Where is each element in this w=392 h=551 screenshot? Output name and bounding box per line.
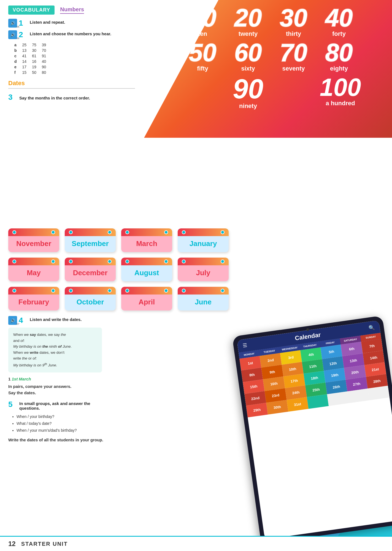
page-number: 12 <box>8 540 16 548</box>
questions-list: When / your birthday?What / today's date… <box>17 413 107 434</box>
month-card-top <box>65 258 116 265</box>
info-line3: My birthday is on the ninth of June. <box>13 344 72 349</box>
number-80: 80 eighty <box>316 40 362 72</box>
speaker-icon-4[interactable]: 🔊 07 <box>8 316 17 325</box>
month-name: December <box>65 269 116 277</box>
month-card: April <box>121 287 172 310</box>
month-card-top <box>65 228 116 236</box>
month-name: May <box>8 269 59 277</box>
month-card: January <box>178 228 229 252</box>
speaker-icon-1[interactable]: 🔊 05 <box>8 19 17 28</box>
calendar-ring-left <box>69 230 73 234</box>
month-card: May <box>8 258 59 281</box>
month-card: August <box>121 258 172 281</box>
calendar-ring-left <box>125 230 129 234</box>
info-line6: My birthday is on 9th June. <box>13 363 57 367</box>
month-card-top <box>178 228 229 236</box>
table-row: b133070 <box>14 48 51 53</box>
calendar-ring-left <box>12 289 16 293</box>
month-card: October <box>65 287 116 310</box>
info-line1: When we say dates, we say the <box>13 333 66 337</box>
number-20: 20 twenty <box>225 6 271 37</box>
month-name: August <box>121 269 172 277</box>
calendar-ring-left <box>182 230 186 234</box>
exercise-2-text: Listen and choose the numbers you hear. <box>30 30 111 36</box>
exercise-5-text: In small groups, ask and answer the ques… <box>19 400 107 410</box>
calendar-ring-left <box>12 260 16 263</box>
number-100: 100 a hundred <box>294 75 386 110</box>
month-card: September <box>65 228 116 252</box>
month-name: October <box>65 298 116 306</box>
info-line5: write the or of: <box>13 356 37 360</box>
exercise-3-row: 3 Say the months in the correct order. <box>8 93 135 102</box>
month-card-top <box>8 258 59 265</box>
number-40: 40 forty <box>316 6 362 37</box>
unit-label: STARTER UNIT <box>21 541 68 547</box>
info-box: When we say dates, we say the and of: My… <box>8 328 102 372</box>
calendar-ring-left <box>182 260 186 263</box>
track-number-2: 06 <box>17 37 19 40</box>
month-name: November <box>8 239 59 248</box>
number-choices-table: a257539b133070c416191d141640e171990f1550… <box>14 42 52 75</box>
write-dates-instruction: Write the dates of all the students in y… <box>8 437 107 443</box>
table-row: d141640 <box>14 59 51 64</box>
calendar-ring-left <box>182 289 186 293</box>
month-card: June <box>178 287 229 310</box>
calendar-ring-right <box>164 260 168 263</box>
exercise-2-row: 🔊 06 2 Listen and choose the numbers you… <box>8 30 135 39</box>
exercise-3-text: Say the months in the correct order. <box>19 94 90 100</box>
number-50: 50 fifty <box>180 40 225 72</box>
exercise-number-4: 4 <box>19 316 27 325</box>
page-footer: 12 STARTER UNIT <box>0 536 392 551</box>
exercise-number-5: 5 <box>8 400 17 409</box>
months-grid: November September March January May Dec… <box>8 228 381 310</box>
month-name: June <box>178 298 229 306</box>
exercise-1-row: 🔊 05 1 Listen and repeat. <box>8 19 135 28</box>
month-card: February <box>8 287 59 310</box>
calendar-ring-right <box>221 260 225 263</box>
calendar-ring-left <box>12 230 16 234</box>
calendar-ring-right <box>51 289 55 293</box>
speaker-icon-2[interactable]: 🔊 06 <box>8 30 17 39</box>
calendar-ring-left <box>69 260 73 263</box>
table-row: e171990 <box>14 64 51 69</box>
number-10: 10 ten <box>180 6 225 37</box>
exercise-number-1: 1 <box>19 19 27 28</box>
vocab-subtitle: Numbers <box>60 6 84 14</box>
number-30: 30 thirty <box>271 6 316 37</box>
answer-1: 1 1st March <box>8 377 107 381</box>
exercise-4-text: Listen and write the dates. <box>30 316 82 322</box>
track-number-1: 05 <box>17 25 19 28</box>
exercise-1-text: Listen and repeat. <box>30 19 65 25</box>
month-name: March <box>121 239 172 248</box>
calendar-ring-right <box>108 230 112 234</box>
calendar-ring-right <box>164 289 168 293</box>
calendar-ring-right <box>164 230 168 234</box>
calendar-ring-right <box>108 260 112 263</box>
list-item: When / your birthday? <box>17 413 107 420</box>
table-row: c416191 <box>14 53 51 58</box>
exercise-4-section: 🔊 07 4 Listen and write the dates. When … <box>8 316 381 443</box>
calendar-ring-right <box>221 230 225 234</box>
month-name: September <box>65 239 116 248</box>
calendar-ring-right <box>51 260 55 263</box>
month-card-top <box>121 258 172 265</box>
number-70: 70 seventy <box>271 40 316 72</box>
list-item: When / your mum's/dad's birthday? <box>17 427 107 434</box>
calendar-ring-right <box>51 230 55 234</box>
exercise-4-row: 🔊 07 4 Listen and write the dates. <box>8 316 381 325</box>
calendar-ring-left <box>125 289 129 293</box>
exercise-number-2: 2 <box>19 30 27 39</box>
month-name: July <box>178 269 229 277</box>
vocab-badge: VOCABULARY <box>8 6 55 15</box>
month-name: April <box>121 298 172 306</box>
calendar-ring-left <box>69 289 73 293</box>
exercise-number-3: 3 <box>8 93 17 102</box>
month-card-top <box>178 287 229 295</box>
month-card-top <box>121 287 172 295</box>
month-card-top <box>8 287 59 295</box>
month-card: March <box>121 228 172 252</box>
number-60: 60 sixty <box>225 40 271 72</box>
dates-divider <box>8 88 135 89</box>
info-line2: and of: <box>13 339 25 343</box>
